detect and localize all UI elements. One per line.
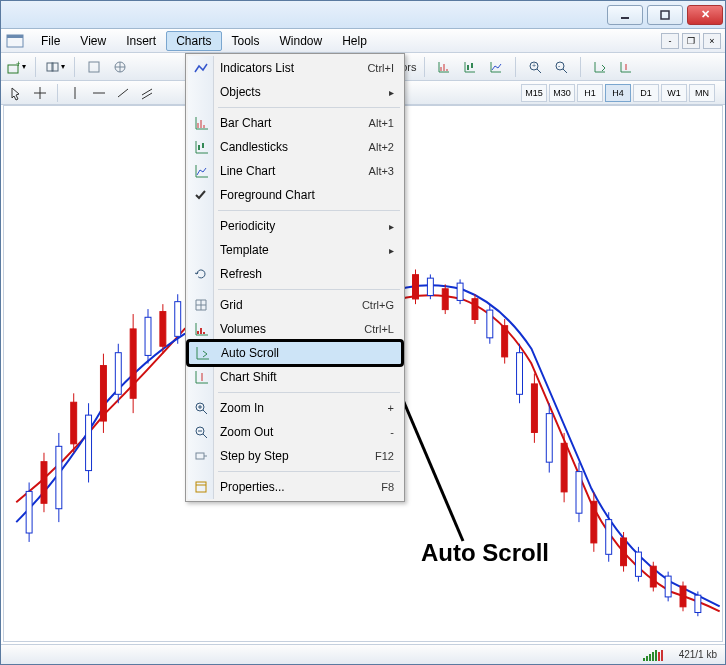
menu-window[interactable]: Window: [270, 31, 333, 51]
maximize-button[interactable]: [647, 5, 683, 25]
close-button[interactable]: ✕: [687, 5, 723, 25]
new-chart-button[interactable]: +▾: [5, 56, 27, 78]
menu-item-foreground-chart[interactable]: Foreground Chart: [188, 183, 402, 207]
menu-item-grid[interactable]: GridCtrl+G: [188, 293, 402, 317]
svg-text:+: +: [532, 62, 536, 69]
profiles-icon: [45, 59, 59, 75]
svg-rect-65: [487, 310, 493, 338]
submenu-arrow-icon: ▸: [389, 87, 394, 98]
menu-item-chart-shift[interactable]: Chart Shift: [188, 365, 402, 389]
svg-rect-1: [661, 11, 669, 19]
mdi-controls: - ❐ ×: [658, 33, 725, 49]
zoom-in-icon: [192, 399, 210, 417]
svg-line-16: [537, 69, 541, 73]
cursor-button[interactable]: [5, 82, 27, 104]
menu-item-label: Objects: [220, 85, 261, 99]
menu-item-indicators-list[interactable]: Indicators ListCtrl+I: [188, 56, 402, 80]
svg-rect-95: [202, 143, 204, 148]
charts-menu: Indicators ListCtrl+IObjects▸Bar ChartAl…: [185, 53, 405, 502]
grid-icon: [192, 296, 210, 314]
zoom-out-button[interactable]: -: [550, 56, 572, 78]
menu-item-zoom-in[interactable]: Zoom In+: [188, 396, 402, 420]
annotation-label: Auto Scroll: [421, 539, 549, 567]
svg-rect-55: [413, 275, 419, 299]
crosshair-button[interactable]: [29, 82, 51, 104]
svg-rect-79: [591, 501, 597, 543]
market-watch-button[interactable]: [83, 56, 105, 78]
svg-rect-47: [160, 312, 166, 347]
menu-charts[interactable]: Charts: [166, 31, 221, 51]
svg-text:-: -: [558, 62, 561, 69]
menu-item-auto-scroll[interactable]: Auto Scroll: [188, 341, 402, 365]
profiles-button[interactable]: ▾: [44, 56, 66, 78]
trendline-button[interactable]: [112, 82, 134, 104]
vline-button[interactable]: [64, 82, 86, 104]
svg-rect-41: [115, 353, 121, 395]
bar-chart-button[interactable]: [433, 56, 455, 78]
menu-item-bar-chart[interactable]: Bar ChartAlt+1: [188, 111, 402, 135]
svg-line-101: [203, 434, 207, 438]
menu-item-step-by-step[interactable]: Step by StepF12: [188, 444, 402, 468]
channel-button[interactable]: [136, 82, 158, 104]
line-chart-button[interactable]: [485, 56, 507, 78]
menu-item-label: Volumes: [220, 322, 266, 336]
svg-rect-31: [41, 462, 47, 504]
minimize-button[interactable]: [607, 5, 643, 25]
cursor-icon: [8, 85, 24, 101]
chartshift-icon: [192, 368, 210, 386]
svg-rect-85: [635, 552, 641, 576]
hline-button[interactable]: [88, 82, 110, 104]
zoom-in-button[interactable]: +: [524, 56, 546, 78]
check-icon: [192, 186, 210, 204]
menu-item-label: Refresh: [220, 267, 262, 281]
timeframe-w1[interactable]: W1: [661, 84, 687, 102]
menu-item-line-chart[interactable]: Line ChartAlt+3: [188, 159, 402, 183]
timeframe-m30[interactable]: M30: [549, 84, 575, 102]
timeframe-h1[interactable]: H1: [577, 84, 603, 102]
menu-item-periodicity[interactable]: Periodicity▸: [188, 214, 402, 238]
chartshift-button[interactable]: [615, 56, 637, 78]
menu-item-shortcut: Ctrl+I: [367, 62, 394, 74]
mdi-restore-button[interactable]: ❐: [682, 33, 700, 49]
menu-item-label: Step by Step: [220, 449, 289, 463]
svg-rect-89: [665, 576, 671, 597]
mdi-close-button[interactable]: ×: [703, 33, 721, 49]
menu-item-shortcut: Ctrl+L: [364, 323, 394, 335]
menu-insert[interactable]: Insert: [116, 31, 166, 51]
menu-item-shortcut: Alt+1: [369, 117, 394, 129]
dropdown-caret-icon: ▾: [61, 62, 65, 71]
timeframe-h4[interactable]: H4: [605, 84, 631, 102]
zoom-out-icon: [192, 423, 210, 441]
timeframe-d1[interactable]: D1: [633, 84, 659, 102]
autoscroll-button[interactable]: [589, 56, 611, 78]
menu-item-properties-[interactable]: Properties...F8: [188, 475, 402, 499]
menu-help[interactable]: Help: [332, 31, 377, 51]
timeframe-mn[interactable]: MN: [689, 84, 715, 102]
navigator-button[interactable]: [109, 56, 131, 78]
menu-item-template[interactable]: Template▸: [188, 238, 402, 262]
menu-item-objects[interactable]: Objects▸: [188, 80, 402, 104]
menu-file[interactable]: File: [31, 31, 70, 51]
menu-item-candlesticks[interactable]: CandlesticksAlt+2: [188, 135, 402, 159]
menu-item-volumes[interactable]: VolumesCtrl+L: [188, 317, 402, 341]
statusbar: 421/1 kb: [1, 644, 725, 664]
timeframe-m15[interactable]: M15: [521, 84, 547, 102]
menu-item-label: Auto Scroll: [221, 346, 279, 360]
mdi-minimize-button[interactable]: -: [661, 33, 679, 49]
menu-item-zoom-out[interactable]: Zoom Out-: [188, 420, 402, 444]
menu-tools[interactable]: Tools: [222, 31, 270, 51]
candlesticks-button[interactable]: [459, 56, 481, 78]
navigator-icon: [112, 59, 128, 75]
svg-rect-73: [546, 414, 552, 463]
menu-view[interactable]: View: [70, 31, 116, 51]
menu-item-shortcut: Ctrl+G: [362, 299, 394, 311]
svg-rect-103: [196, 453, 204, 459]
svg-rect-61: [457, 283, 463, 300]
svg-rect-104: [196, 482, 206, 492]
line-chart-icon: [488, 59, 504, 75]
svg-line-19: [563, 69, 567, 73]
menu-item-refresh[interactable]: Refresh: [188, 262, 402, 286]
indicators-icon: [192, 59, 210, 77]
svg-rect-71: [531, 384, 537, 433]
bar-chart-icon: [192, 114, 210, 132]
